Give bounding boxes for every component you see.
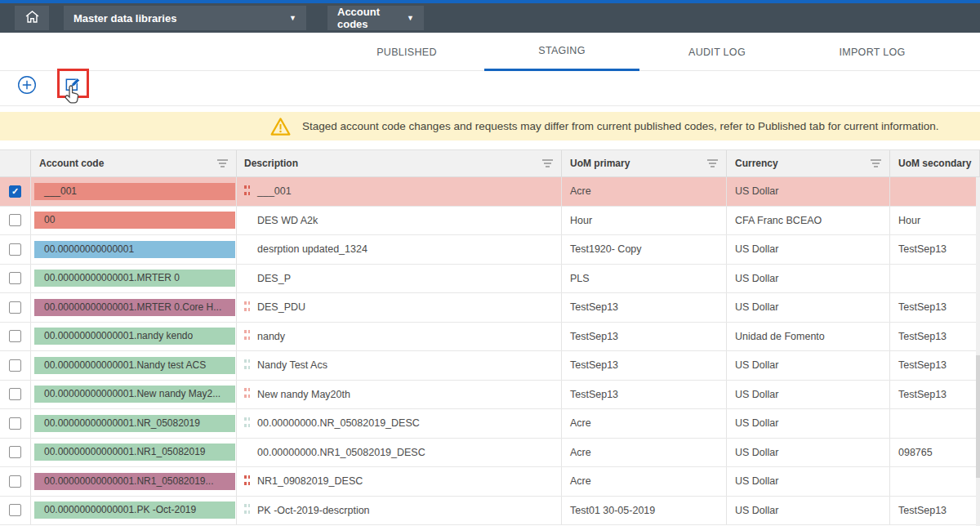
row-checkbox[interactable] [9,185,21,198]
add-button[interactable] [17,75,37,95]
currency-cell[interactable]: US Dollar [727,351,890,380]
description-cell[interactable]: New nandy May20th [237,381,562,409]
description-cell[interactable]: 00.00000000.NR_05082019_DESC [237,409,562,438]
filter-icon[interactable] [707,159,718,167]
row-checkbox-cell[interactable] [0,439,31,467]
table-row[interactable]: 00.00000000000001.NR1_05082019... NR1_09… [0,467,980,497]
table-row[interactable]: ___001 ___001 Acre US Dollar [0,177,980,207]
uom-primary-cell[interactable]: Hour [562,207,727,235]
scrollbar-thumb[interactable] [976,355,980,478]
uom-secondary-cell[interactable]: TestSep13 [890,351,980,380]
uom-primary-cell[interactable]: Acre [562,409,727,438]
row-checkbox-cell[interactable] [0,177,31,206]
currency-cell[interactable]: US Dollar [727,235,890,264]
row-checkbox[interactable] [9,446,21,458]
row-checkbox-cell[interactable] [0,207,31,235]
currency-cell[interactable]: US Dollar [727,497,890,525]
table-row[interactable]: 00.00000000000001.MRTER 0.Core H... DES_… [0,293,980,323]
tab-published[interactable]: PUBLISHED [329,33,484,71]
table-row[interactable]: 00 DES WD A2k Hour CFA Franc BCEAO Hour [0,207,980,236]
description-cell[interactable]: NR1_09082019_DESC [237,467,562,496]
description-cell[interactable]: PK -Oct-2019-descrption [237,497,562,525]
account-code-cell[interactable]: 00.00000000000001.NR1_05082019 [31,439,237,467]
uom-secondary-cell[interactable]: 098765 [890,439,980,467]
column-header-uom-secondary[interactable]: UoM secondary [890,150,980,176]
uom-primary-cell[interactable]: Acre [562,439,727,467]
table-row[interactable]: 00.00000000000001.MRTER 0 DES_P PLS US D… [0,265,980,294]
description-cell[interactable]: desrption updated_1324 [237,235,562,264]
account-code-cell[interactable]: 00.00000000000001.NR1_05082019... [31,467,237,496]
description-cell[interactable]: Nandy Test Acs [237,351,562,380]
currency-cell[interactable]: Unidad de Fomento [727,323,890,351]
description-cell[interactable]: DES_P [237,265,562,293]
description-cell[interactable]: 00.00000000.NR1_05082019_DESC [237,439,562,467]
uom-primary-cell[interactable]: Acre [562,467,727,496]
uom-primary-cell[interactable]: TestSep13 [562,351,727,380]
account-code-cell[interactable]: 00.00000000000001.MRTER 0 [31,265,237,293]
description-cell[interactable]: ___001 [237,177,562,206]
currency-cell[interactable]: CFA Franc BCEAO [727,207,890,235]
filter-icon[interactable] [217,159,228,167]
row-checkbox-cell[interactable] [0,409,31,438]
filter-icon[interactable] [542,159,553,167]
uom-secondary-cell[interactable]: Hour [890,207,980,235]
row-checkbox[interactable] [9,272,21,284]
description-cell[interactable]: nandy [237,323,562,351]
row-checkbox[interactable] [9,301,21,314]
row-checkbox[interactable] [9,243,21,256]
currency-cell[interactable]: US Dollar [727,409,890,438]
uom-secondary-cell[interactable] [890,177,980,206]
row-checkbox-cell[interactable] [0,293,31,322]
uom-primary-cell[interactable]: Test1920- Copy [562,235,727,264]
row-checkbox[interactable] [9,504,21,516]
table-row[interactable]: 00.00000000000001.NR_05082019 00.0000000… [0,409,980,439]
currency-cell[interactable]: US Dollar [727,177,890,206]
library-dropdown[interactable]: Master data libraries ▼ [64,6,306,30]
uom-secondary-cell[interactable]: TestSep13 [890,381,980,409]
table-row[interactable]: 00.00000000000001.PK -Oct-2019 PK -Oct-2… [0,497,980,526]
column-header-description[interactable]: Description [237,150,562,176]
row-checkbox[interactable] [9,388,21,400]
account-code-cell[interactable]: 00 [31,207,237,235]
account-code-cell[interactable]: ___001 [31,177,237,206]
row-checkbox-cell[interactable] [0,351,31,380]
table-row[interactable]: 00.00000000000001 desrption updated_1324… [0,235,980,265]
table-row[interactable]: 00.00000000000001.NR1_05082019 00.000000… [0,439,980,468]
row-checkbox[interactable] [9,359,21,372]
table-row[interactable]: 00.00000000000001.nandy kendo nandy Test… [0,323,980,352]
uom-secondary-cell[interactable]: TestSep13 [890,497,980,525]
uom-primary-cell[interactable]: PLS [562,265,727,293]
uom-primary-cell[interactable]: Acre [562,177,727,206]
currency-cell[interactable]: US Dollar [727,265,890,293]
table-row[interactable]: 00.00000000000001.New nandy May2... New … [0,381,980,410]
row-checkbox-cell[interactable] [0,265,31,293]
row-checkbox-cell[interactable] [0,381,31,409]
row-checkbox-cell[interactable] [0,323,31,351]
table-row[interactable]: 00.00000000000001.Nandy test ACS Nandy T… [0,351,980,381]
currency-cell[interactable]: US Dollar [727,467,890,496]
row-checkbox-cell[interactable] [0,467,31,496]
account-code-cell[interactable]: 00.00000000000001.MRTER 0.Core H... [31,293,237,322]
tab-staging[interactable]: STAGING [484,33,639,71]
account-code-cell[interactable]: 00.00000000000001.NR_05082019 [31,409,237,438]
uom-primary-cell[interactable]: TestSep13 [562,293,727,322]
uom-secondary-cell[interactable] [890,265,980,293]
uom-primary-cell[interactable]: TestSep13 [562,381,727,409]
filter-icon[interactable] [871,159,881,167]
column-header-account-code[interactable]: Account code [31,150,237,176]
row-checkbox-cell[interactable] [0,497,31,525]
currency-cell[interactable]: US Dollar [727,381,890,409]
description-cell[interactable]: DES WD A2k [237,207,562,235]
account-code-cell[interactable]: 00.00000000000001.New nandy May2... [31,381,237,409]
account-code-cell[interactable]: 00.00000000000001.PK -Oct-2019 [31,497,237,525]
tab-import-log[interactable]: IMPORT LOG [795,33,950,71]
row-checkbox[interactable] [9,330,21,342]
home-button[interactable] [15,6,49,30]
column-header-currency[interactable]: Currency [727,150,890,176]
account-code-cell[interactable]: 00.00000000000001.Nandy test ACS [31,351,237,380]
uom-primary-cell[interactable]: Test01 30-05-2019 [562,497,727,525]
uom-secondary-cell[interactable]: TestSep13 [890,235,980,264]
currency-cell[interactable]: US Dollar [727,293,890,322]
row-checkbox-cell[interactable] [0,235,31,264]
uom-secondary-cell[interactable]: TestSep13 [890,323,980,351]
